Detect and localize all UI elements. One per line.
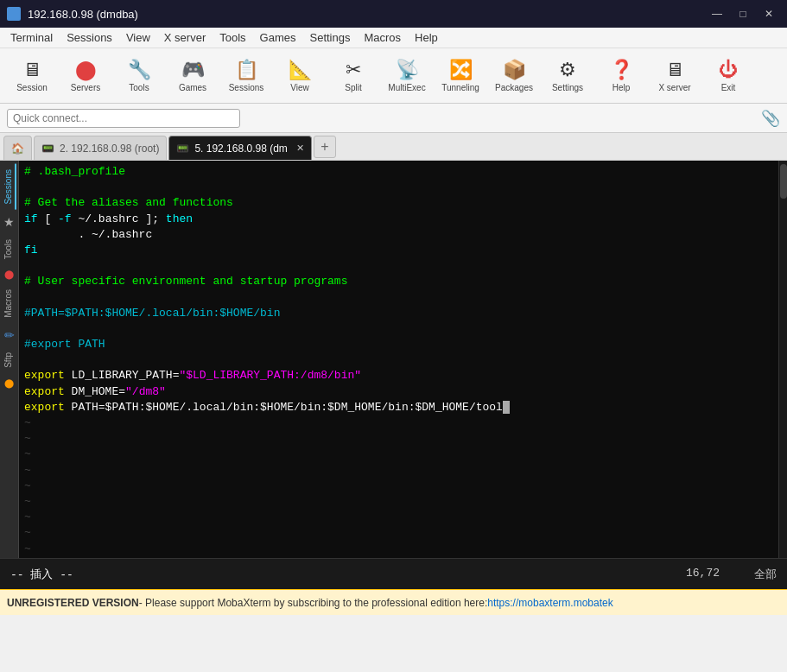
quick-connect-input[interactable] — [7, 109, 240, 128]
toolbar-xserver[interactable]: 🖥 X server — [650, 52, 700, 100]
terminal-tilde-5: ~ — [24, 479, 773, 494]
toolbar: 🖥 Session ⬤ Servers 🔧 Tools 🎮 Games 📋 Se… — [0, 48, 787, 104]
packages-icon: 📦 — [503, 59, 526, 81]
tab5-close-button[interactable]: ✕ — [296, 143, 304, 154]
view-icon: 📐 — [289, 59, 312, 81]
terminal-tilde-4: ~ — [24, 463, 773, 479]
sidebar-tools[interactable]: Tools — [2, 234, 16, 264]
terminal-line-13 — [24, 352, 773, 368]
menu-view[interactable]: View — [119, 29, 157, 46]
toolbar-multiexec[interactable]: 📡 MultiExec — [382, 52, 432, 100]
help-icon: ❓ — [610, 59, 633, 81]
scroll-thumb[interactable] — [780, 164, 787, 199]
title-left: 192.168.0.98 (dmdba) — [7, 7, 138, 21]
tab-2[interactable]: 📟 2. 192.168.0.98 (root) — [34, 136, 167, 160]
terminal-tilde-2: ~ — [24, 431, 773, 447]
packages-label: Packages — [495, 83, 533, 92]
toolbar-servers[interactable]: ⬤ Servers — [60, 52, 111, 100]
tabs-bar: 🏠 📟 2. 192.168.0.98 (root) 📟 5. 192.168.… — [0, 133, 787, 161]
toolbar-help[interactable]: ❓ Help — [596, 52, 646, 100]
sidebar-macros[interactable]: Macros — [2, 284, 16, 323]
sessions-icon: 📋 — [235, 59, 258, 81]
terminal-tilde-1: ~ — [24, 415, 773, 431]
multiexec-icon: 📡 — [396, 59, 419, 81]
split-label: Split — [345, 83, 361, 92]
terminal-scrollbar[interactable] — [778, 161, 787, 558]
tab5-icon: 📟 — [176, 143, 189, 155]
sessions-label: Sessions — [229, 83, 264, 92]
toolbar-view[interactable]: 📐 View — [275, 52, 325, 100]
sidebar-orange-dot-icon: ⬤ — [1, 375, 17, 391]
exit-label: Exit — [721, 83, 736, 92]
terminal-line-1: # .bash_profile — [24, 164, 773, 180]
new-tab-button[interactable]: + — [314, 136, 336, 158]
view-label: View — [290, 83, 309, 92]
multiexec-label: MultiExec — [388, 83, 425, 92]
maximize-button[interactable]: □ — [732, 5, 754, 22]
terminal-line-10: #PATH=$PATH:$HOME/.local/bin:$HOME/bin — [24, 306, 773, 321]
terminal-line-3: # Get the aliases and functions — [24, 195, 773, 211]
menu-xserver[interactable]: X server — [157, 29, 213, 46]
toolbar-tools[interactable]: 🔧 Tools — [114, 52, 164, 100]
toolbar-settings[interactable]: ⚙ Settings — [543, 52, 593, 100]
menu-terminal[interactable]: Terminal — [3, 29, 60, 46]
terminal-tilde-9: ~ — [24, 542, 773, 557]
terminal[interactable]: # .bash_profile # Get the aliases and fu… — [19, 161, 778, 558]
menu-sessions[interactable]: Sessions — [60, 29, 119, 46]
xserver-label: X server — [658, 83, 690, 92]
toolbar-session[interactable]: 🖥 Session — [7, 52, 57, 100]
servers-icon: ⬤ — [75, 59, 97, 81]
terminal-tilde-6: ~ — [24, 494, 773, 510]
terminal-line-8: # User specific environment and startup … — [24, 274, 773, 289]
terminal-line-5: . ~/.bashrc — [24, 227, 773, 243]
app-icon — [7, 7, 21, 21]
terminal-line-2 — [24, 180, 773, 195]
menu-help[interactable]: Help — [408, 29, 445, 46]
menu-games[interactable]: Games — [253, 29, 303, 46]
terminal-line-11 — [24, 321, 773, 337]
toolbar-tunneling[interactable]: 🔀 Tunneling — [435, 52, 486, 100]
session-icon: 🖥 — [22, 59, 41, 81]
tools-icon: 🔧 — [128, 59, 151, 81]
terminal-tilde-8: ~ — [24, 525, 773, 541]
toolbar-games[interactable]: 🎮 Games — [168, 52, 218, 100]
terminal-line-14: export LD_LIBRARY_PATH="$LD_LIBRARY_PATH… — [24, 368, 773, 384]
status-bar: -- 插入 -- 16,72 全部 — [0, 558, 787, 589]
menu-tools[interactable]: Tools — [213, 29, 252, 46]
tab2-icon: 📟 — [41, 143, 54, 155]
sidebar-blue-icon[interactable]: ✏ — [1, 325, 18, 346]
terminal-line-4: if [ -f ~/.bashrc ]; then — [24, 212, 773, 227]
menu-settings[interactable]: Settings — [303, 29, 358, 46]
sidebar-star-icon[interactable]: ★ — [0, 212, 18, 232]
tunneling-icon: 🔀 — [449, 59, 473, 81]
toolbar-exit[interactable]: ⏻ Exit — [703, 52, 753, 100]
session-label: Session — [16, 83, 48, 92]
toolbar-sessions[interactable]: 📋 Sessions — [221, 52, 271, 100]
minimize-button[interactable]: — — [706, 5, 728, 22]
toolbar-split[interactable]: ✂ Split — [328, 52, 378, 100]
terminal-line-12: #export PATH — [24, 337, 773, 352]
title-controls[interactable]: — □ ✕ — [706, 5, 780, 22]
tab2-label: 2. 192.168.0.98 (root) — [60, 143, 159, 155]
sidebar-sftp[interactable]: Sftp — [2, 347, 16, 373]
sidebar-red-dot-icon: ⬤ — [1, 266, 17, 282]
terminal-line-7 — [24, 258, 773, 274]
home-icon: 🏠 — [11, 143, 24, 155]
servers-label: Servers — [71, 83, 100, 92]
games-label: Games — [179, 83, 206, 92]
title-bar: 192.168.0.98 (dmdba) — □ ✕ — [0, 0, 787, 28]
terminal-line-6: fi — [24, 243, 773, 258]
settings-label: Settings — [552, 83, 583, 92]
close-button[interactable]: ✕ — [758, 5, 780, 22]
toolbar-packages[interactable]: 📦 Packages — [489, 52, 539, 100]
terminal-tilde-10: ~ — [24, 557, 773, 558]
sidebar-sessions[interactable]: Sessions — [2, 164, 16, 210]
attachment-icon[interactable]: 📎 — [761, 109, 780, 128]
quick-connect-bar: 📎 — [0, 104, 787, 133]
tab-home[interactable]: 🏠 — [3, 136, 32, 160]
help-label: Help — [612, 83, 631, 92]
menu-macros[interactable]: Macros — [357, 29, 408, 46]
tab-5[interactable]: 📟 5. 192.168.0.98 (dm ✕ — [168, 136, 311, 160]
mobatek-link[interactable]: https://mobaxterm.mobatek — [487, 597, 612, 609]
xserver-icon: 🖥 — [665, 59, 684, 81]
